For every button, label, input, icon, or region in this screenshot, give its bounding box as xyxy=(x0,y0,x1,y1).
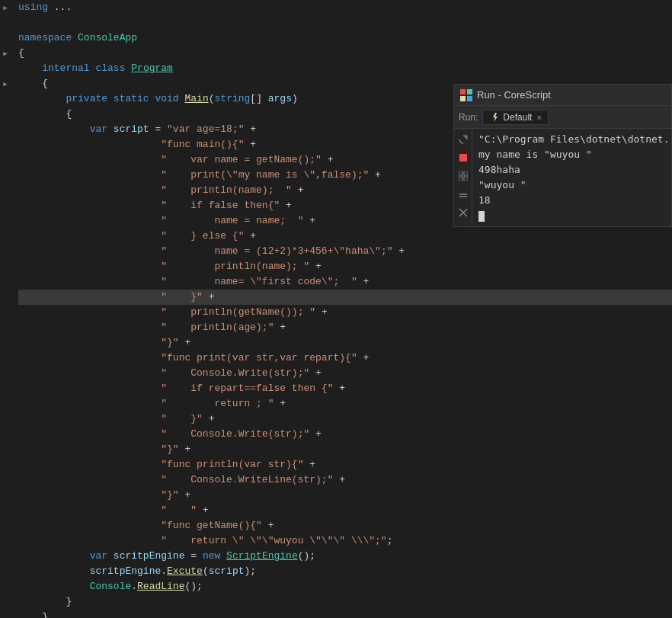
run-output-line-3: 498haha xyxy=(478,162,665,178)
run-output-cursor xyxy=(478,208,665,223)
code-line: " return \" \"\"wuyou \"\"\" \\\";"; xyxy=(18,533,672,549)
code-line xyxy=(18,15,672,30)
code-line: " println(age);" + xyxy=(18,320,672,335)
svg-rect-7 xyxy=(464,171,468,175)
code-line: " " + xyxy=(18,503,672,518)
run-panel-tabs: Run: Default × xyxy=(454,106,671,129)
code-line: internal class Program xyxy=(18,61,672,76)
fold-arrow-6[interactable]: ▶ xyxy=(0,76,11,91)
code-line: namespace ConsoleApp xyxy=(18,30,672,46)
run-output-area: "C:\Program Files\dotnet\dotnet. my name… xyxy=(472,129,671,226)
run-output-line-1: "C:\Program Files\dotnet\dotnet. xyxy=(478,132,665,147)
code-line: "}" + xyxy=(18,442,672,457)
run-close-icon[interactable] xyxy=(456,205,471,220)
run-tab-label: Default xyxy=(503,112,532,123)
code-line: } xyxy=(18,594,672,610)
editor-area: ▶ ▶ ▶ using ... namespace ConsoleApp { i… xyxy=(0,0,672,618)
code-line: " if repart==false then {" + xyxy=(18,381,672,396)
run-panel-logo xyxy=(460,89,472,101)
svg-marker-4 xyxy=(493,113,498,122)
code-line: " name= \"first code\"; " + xyxy=(18,274,672,290)
run-refresh-icon[interactable] xyxy=(456,132,471,147)
code-line: "func print(var str,var repart){" + xyxy=(18,351,672,366)
svg-rect-6 xyxy=(459,171,462,175)
code-line: " }" + xyxy=(18,411,672,427)
run-panel-titlebar: Run - CoreScript xyxy=(454,85,671,106)
code-line: Console.ReadLine(); xyxy=(18,579,672,594)
run-tab-icon xyxy=(489,112,500,123)
code-line: "}" + xyxy=(18,335,672,351)
run-output-line-2: my name is "wuyou " xyxy=(478,147,665,162)
run-sidebar-icons xyxy=(454,129,472,226)
run-output-line-5: 18 xyxy=(478,193,665,208)
code-line: { xyxy=(18,46,672,61)
code-line: " println(name); " + xyxy=(18,259,672,274)
code-line: " return ; " + xyxy=(18,396,672,411)
code-line: " println(getName()); " + xyxy=(18,305,672,320)
code-line: " Console.WriteLine(str);" + xyxy=(18,472,672,488)
run-grid-icon[interactable] xyxy=(456,168,471,184)
svg-rect-3 xyxy=(467,96,472,101)
svg-rect-9 xyxy=(464,177,468,181)
svg-rect-1 xyxy=(467,89,472,94)
code-line: " } else {" + xyxy=(18,229,672,244)
run-stop-icon[interactable] xyxy=(456,150,471,165)
code-line: } xyxy=(18,610,672,618)
code-line: using ... xyxy=(18,0,672,15)
left-margin-icons: ▶ ▶ ▶ xyxy=(0,0,11,618)
code-line: " Console.Write(str);" + xyxy=(18,427,672,442)
run-panel: Run - CoreScript Run: Default × xyxy=(453,84,672,227)
run-panel-title: Run - CoreScript xyxy=(477,89,665,101)
code-line: "func println(var str){" + xyxy=(18,457,672,472)
svg-rect-5 xyxy=(459,154,467,162)
cursor-block xyxy=(478,211,485,222)
svg-rect-8 xyxy=(459,177,462,181)
fold-arrow-3 xyxy=(0,30,11,46)
run-minimize-icon[interactable] xyxy=(456,187,471,202)
fold-arrow-1[interactable]: ▶ xyxy=(0,0,11,15)
code-line: " Console.Write(str);" + xyxy=(18,366,672,381)
svg-rect-0 xyxy=(460,89,466,94)
code-line-highlighted: " }" + xyxy=(18,290,672,305)
run-tab-default[interactable]: Default × xyxy=(482,110,548,125)
code-line: var scritpEngine = new ScriptEngine(); xyxy=(18,549,672,564)
run-label: Run: xyxy=(459,112,478,123)
fold-arrow-4[interactable]: ▶ xyxy=(0,46,11,61)
code-line: "func getName(){" + xyxy=(18,518,672,533)
fold-arrow-2 xyxy=(0,15,11,30)
fold-arrow-5 xyxy=(0,61,11,76)
run-output-line-4: "wuyou " xyxy=(478,178,665,193)
code-line: "}" + xyxy=(18,488,672,503)
run-tab-close-button[interactable]: × xyxy=(536,113,541,122)
code-line: " name = (12+2)*3+456+\"haha\";" + xyxy=(18,244,672,259)
code-line: scritpEngine.Excute(script); xyxy=(18,564,672,579)
svg-rect-2 xyxy=(460,96,466,101)
run-panel-body: "C:\Program Files\dotnet\dotnet. my name… xyxy=(454,129,671,226)
